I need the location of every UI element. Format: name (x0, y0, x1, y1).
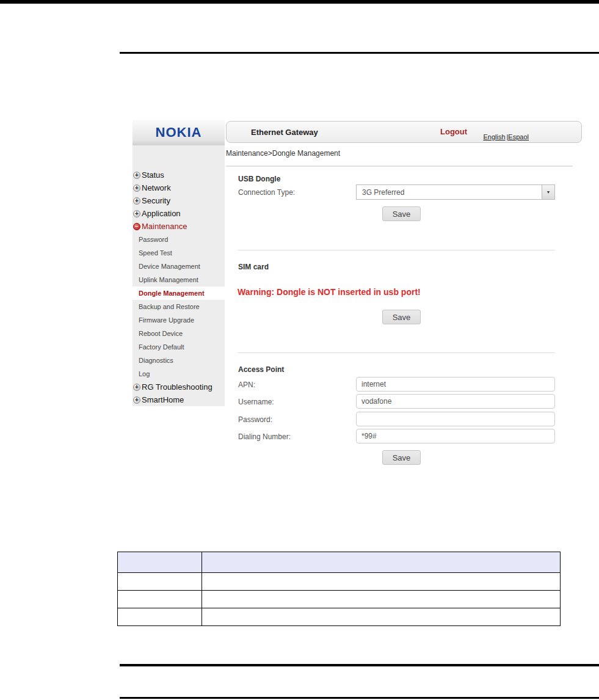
logout-link[interactable]: Logout (440, 127, 467, 136)
sidebar-item-label: Firmware Upgrade (139, 316, 194, 324)
password-label: Password: (238, 415, 272, 424)
page-title: Ethernet Gateway (251, 128, 318, 137)
expand-icon[interactable]: + (133, 172, 140, 179)
language-english-link[interactable]: English (483, 133, 505, 140)
access-point-section-title: Access Point (238, 365, 284, 374)
dialing-number-field[interactable] (356, 429, 555, 443)
sidebar-item-label: Diagnostics (139, 357, 173, 364)
language-switcher: English|Espaol (482, 133, 529, 140)
sidebar: + Status + Network + Security + Applicat… (133, 145, 225, 406)
table-cell (202, 608, 561, 626)
expand-icon[interactable]: + (133, 396, 140, 404)
sidebar-item-label: Device Management (139, 263, 200, 270)
table-row (118, 608, 561, 626)
sidebar-item-label: Network (142, 183, 171, 192)
sidebar-item-dongle-management[interactable]: Dongle Management (133, 286, 225, 300)
table-header-cell (202, 552, 561, 573)
document-page: NOKIA + Status + Network + Security + Ap… (0, 0, 599, 700)
usb-dongle-section-title: USB Dongle (238, 175, 280, 183)
username-field[interactable] (356, 394, 555, 409)
connection-type-value: 3G Preferred (357, 185, 542, 199)
sidebar-item-factory-default[interactable]: Factory Default (133, 340, 225, 354)
sidebar-item-log[interactable]: Log (133, 367, 225, 381)
sidebar-item-label: Application (142, 209, 181, 218)
logo-box: NOKIA (133, 120, 225, 145)
description-table (117, 552, 561, 626)
sidebar-item-uplink-management[interactable]: Uplink Management (133, 273, 225, 286)
sidebar-item-security[interactable]: + Security (133, 194, 225, 207)
sidebar-item-label: Maintenance (142, 222, 187, 231)
nokia-logo: NOKIA (156, 125, 202, 140)
sidebar-item-label: Log (139, 370, 150, 377)
expand-icon[interactable]: + (133, 184, 140, 192)
table-cell (118, 591, 202, 608)
sidebar-item-label: Uplink Management (139, 276, 198, 283)
sidebar-item-label: Dongle Management (139, 290, 205, 297)
apn-label: APN: (238, 381, 255, 389)
table-header-row (118, 552, 561, 573)
sidebar-item-reboot-device[interactable]: Reboot Device (133, 327, 225, 340)
sidebar-item-label: Security (142, 196, 170, 205)
section-divider (238, 250, 555, 250)
expand-icon[interactable]: + (133, 197, 140, 205)
sidebar-item-status[interactable]: + Status (133, 169, 225, 181)
username-label: Username: (238, 398, 274, 406)
header-bar: Ethernet Gateway Logout English|Espaol (226, 121, 582, 143)
header-rule (120, 52, 599, 54)
sidebar-item-backup-and-restore[interactable]: Backup and Restore (133, 300, 225, 313)
apn-field[interactable] (356, 377, 555, 392)
sidebar-item-firmware-upgrade[interactable]: Firmware Upgrade (133, 313, 225, 327)
expand-icon[interactable]: + (133, 384, 140, 391)
connection-type-select[interactable]: 3G Preferred ▼ (356, 184, 555, 200)
sidebar-item-device-management[interactable]: Device Management (133, 260, 225, 273)
sidebar-item-label: Reboot Device (139, 330, 183, 337)
sidebar-item-rg-troubleshooting[interactable]: + RG Troubleshooting (133, 381, 225, 393)
breadcrumb: Maintenance>Dongle Management (226, 149, 340, 158)
table-header-cell (118, 552, 202, 573)
dialing-number-label: Dialing Number: (238, 432, 291, 441)
breadcrumb-divider (226, 166, 573, 167)
sidebar-item-label: Backup and Restore (139, 303, 200, 310)
connection-type-label: Connection Type: (238, 188, 295, 197)
top-black-bar (0, 0, 599, 4)
password-field[interactable] (356, 412, 555, 426)
sidebar-item-label: Password (139, 236, 168, 243)
sidebar-item-label: Status (142, 170, 164, 180)
table-cell (202, 573, 561, 591)
sidebar-item-smarthome[interactable]: + SmartHome (133, 393, 225, 406)
table-cell (202, 591, 561, 608)
save-button-access-point[interactable]: Save (382, 450, 421, 465)
bottom-rule (120, 697, 599, 699)
sidebar-item-label: Speed Test (139, 249, 172, 257)
sidebar-item-speed-test[interactable]: Speed Test (133, 246, 225, 260)
sim-card-section-title: SIM card (238, 263, 269, 271)
sidebar-item-label: RG Troubleshooting (142, 382, 212, 392)
save-button-sim-card[interactable]: Save (382, 310, 421, 324)
save-button-usb-dongle[interactable]: Save (382, 206, 421, 221)
sidebar-item-diagnostics[interactable]: Diagnostics (133, 354, 225, 367)
section-divider (238, 352, 555, 353)
table-row (118, 573, 561, 591)
table-cell (118, 608, 202, 626)
sidebar-item-label: Factory Default (139, 343, 184, 351)
footer-rule (120, 664, 599, 666)
collapse-icon[interactable]: − (133, 223, 140, 230)
table-row (118, 591, 561, 608)
sidebar-item-application[interactable]: + Application (133, 207, 225, 220)
sidebar-item-label: SmartHome (142, 395, 184, 404)
router-ui-screenshot: NOKIA + Status + Network + Security + Ap… (133, 120, 583, 474)
dongle-warning-message: Warning: Dongle is NOT inserted in usb p… (238, 287, 421, 297)
language-spanish-link[interactable]: |Espaol (507, 133, 529, 140)
sidebar-item-password[interactable]: Password (133, 233, 225, 246)
sidebar-item-maintenance[interactable]: − Maintenance (133, 220, 225, 233)
chevron-down-icon: ▼ (542, 185, 554, 199)
table-cell (118, 573, 202, 591)
sidebar-item-network[interactable]: + Network (133, 181, 225, 194)
expand-icon[interactable]: + (133, 210, 140, 217)
